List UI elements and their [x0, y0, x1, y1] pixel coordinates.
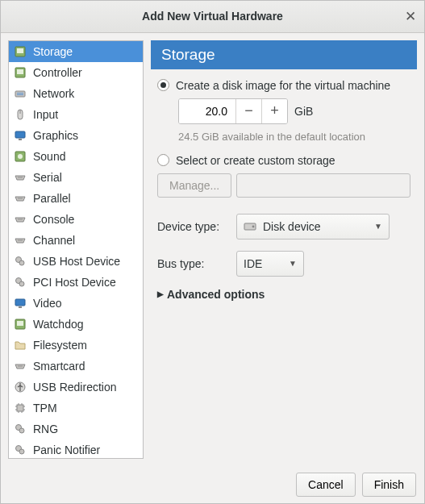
svg-rect-32: [17, 321, 23, 326]
option-create-disk[interactable]: Create a disk image for the virtual mach…: [157, 79, 410, 92]
svg-point-13: [18, 177, 19, 178]
sidebar-item-label: Filesystem: [33, 339, 87, 352]
sidebar-item-label: TPM: [33, 402, 57, 414]
sidebar-item-pci-host-device[interactable]: PCI Host Device: [9, 272, 143, 293]
sidebar-item-usb-host-device[interactable]: USB Host Device: [9, 251, 143, 272]
svg-rect-3: [17, 69, 23, 74]
sidebar-item-video[interactable]: Video: [9, 293, 143, 314]
svg-rect-9: [15, 131, 25, 138]
sidebar-item-label: USB Host Device: [33, 255, 120, 268]
sidebar-item-input[interactable]: Input: [9, 104, 143, 125]
option-custom-storage-label: Select or create custom storage: [176, 154, 335, 167]
device-type-row: Device type: Disk device ▼: [157, 214, 410, 240]
system-icon: [14, 276, 27, 289]
sidebar-item-label: Video: [33, 297, 62, 310]
device-type-value: Disk device: [263, 220, 321, 233]
svg-point-12: [18, 154, 23, 159]
svg-rect-29: [15, 299, 25, 306]
option-custom-storage[interactable]: Select or create custom storage: [157, 154, 410, 167]
sidebar-item-label: Smartcard: [33, 360, 85, 373]
sidebar-item-sound[interactable]: Sound: [9, 146, 143, 167]
sidebar-item-label: Controller: [33, 66, 82, 79]
sidebar-item-watchdog[interactable]: Watchdog: [9, 314, 143, 335]
svg-rect-37: [17, 405, 23, 411]
sidebar-item-network[interactable]: Network: [9, 83, 143, 104]
svg-point-17: [19, 198, 21, 199]
serial-icon: [14, 360, 27, 373]
disk-size-unit: GiB: [294, 105, 313, 118]
network-icon: [14, 87, 27, 100]
advanced-options-label: Advanced options: [167, 288, 265, 301]
chevron-down-icon: ▼: [374, 222, 382, 231]
svg-point-20: [19, 219, 21, 220]
cancel-button[interactable]: Cancel: [296, 473, 356, 497]
folder-icon: [14, 339, 27, 352]
sidebar-item-rng[interactable]: RNG: [9, 419, 143, 439]
sidebar-item-storage[interactable]: Storage: [9, 41, 143, 62]
controller-icon: [14, 66, 27, 79]
window-title: Add New Virtual Hardware: [142, 10, 283, 23]
spin-minus-button[interactable]: −: [235, 99, 261, 123]
sidebar-item-controller[interactable]: Controller: [9, 62, 143, 83]
close-icon[interactable]: ✕: [405, 10, 416, 23]
disk-size-row: − + GiB: [178, 98, 410, 124]
radio-custom-storage[interactable]: [157, 154, 169, 166]
system-icon: [14, 255, 27, 268]
svg-point-18: [21, 198, 23, 199]
sidebar-item-filesystem[interactable]: Filesystem: [9, 335, 143, 356]
disk-size-stepper[interactable]: − +: [178, 98, 288, 124]
chip-icon: [14, 402, 27, 414]
svg-point-28: [19, 281, 24, 286]
sidebar-item-parallel[interactable]: Parallel: [9, 188, 143, 209]
display-icon: [14, 129, 27, 142]
sidebar-item-panic-notifier[interactable]: Panic Notifier: [9, 439, 143, 459]
spin-plus-button[interactable]: +: [261, 99, 287, 123]
storage-form: Create a disk image for the virtual mach…: [151, 69, 417, 459]
disk-icon: [244, 220, 256, 233]
storage-path-input[interactable]: [236, 173, 410, 198]
disk-icon: [14, 45, 27, 58]
bus-type-row: Bus type: IDE ▼: [157, 251, 410, 277]
svg-point-33: [18, 365, 19, 367]
sidebar-item-label: Console: [33, 213, 74, 226]
sidebar-item-label: Serial: [33, 171, 62, 184]
sidebar-item-tpm[interactable]: TPM: [9, 398, 143, 419]
controller-icon: [14, 318, 27, 331]
serial-icon: [14, 213, 27, 226]
manage-storage-button[interactable]: Manage...: [157, 173, 231, 198]
advanced-options-expander[interactable]: ▶ Advanced options: [157, 288, 410, 301]
sidebar-item-label: Network: [33, 87, 74, 100]
sidebar-item-label: Parallel: [33, 192, 71, 205]
bus-type-combo[interactable]: IDE ▼: [236, 251, 304, 277]
add-hardware-dialog: Add New Virtual Hardware ✕ StorageContro…: [0, 0, 425, 504]
usb-icon: [14, 381, 27, 394]
svg-point-15: [21, 177, 23, 178]
option-create-disk-label: Create a disk image for the virtual mach…: [176, 79, 390, 92]
svg-point-49: [19, 449, 24, 454]
display-icon: [14, 297, 27, 310]
svg-point-34: [19, 365, 21, 367]
mouse-icon: [14, 108, 27, 121]
svg-point-14: [19, 177, 21, 178]
sidebar-item-usb-redirection[interactable]: USB Redirection: [9, 377, 143, 398]
radio-create-disk[interactable]: [157, 79, 169, 91]
disk-size-input[interactable]: [179, 99, 235, 123]
svg-rect-30: [19, 306, 22, 308]
svg-point-16: [18, 198, 19, 199]
svg-point-47: [19, 428, 24, 433]
sidebar-item-channel[interactable]: Channel: [9, 230, 143, 251]
sidebar-item-graphics[interactable]: Graphics: [9, 125, 143, 146]
finish-button[interactable]: Finish: [362, 473, 416, 497]
sidebar-item-serial[interactable]: Serial: [9, 167, 143, 188]
bus-type-label: Bus type:: [157, 257, 227, 270]
sidebar-item-smartcard[interactable]: Smartcard: [9, 356, 143, 377]
sidebar-item-label: PCI Host Device: [33, 276, 116, 289]
device-type-combo[interactable]: Disk device ▼: [236, 214, 390, 240]
dialog-footer: Cancel Finish: [1, 466, 424, 503]
svg-point-21: [21, 219, 23, 220]
sidebar-item-label: Sound: [33, 150, 65, 163]
page-title: Storage: [151, 40, 417, 69]
hardware-type-list[interactable]: StorageControllerNetworkInputGraphicsSou…: [8, 40, 144, 459]
sidebar-item-console[interactable]: Console: [9, 209, 143, 230]
svg-rect-5: [17, 93, 23, 94]
